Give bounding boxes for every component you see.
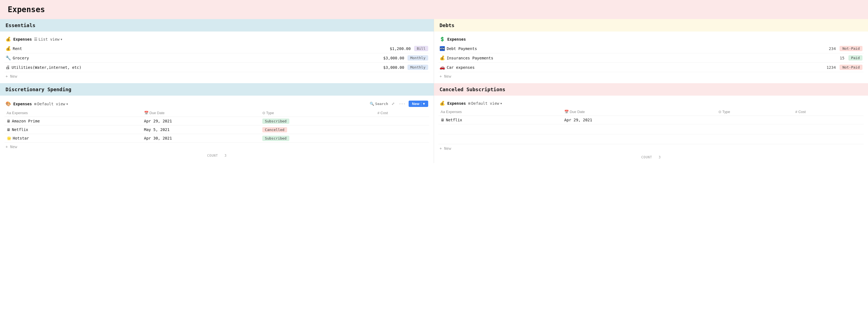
page-title: Expenses bbox=[8, 5, 860, 14]
cell-cost bbox=[375, 125, 429, 134]
section-canceled: Canceled Subscriptions 💰 Expenses ⊞ Defa… bbox=[434, 83, 868, 163]
section-canceled-header: Canceled Subscriptions bbox=[434, 83, 868, 96]
main-grid: Essentials 💰 Expenses ☰ List view ▾ 💰 Re… bbox=[0, 19, 868, 163]
debts-add-new[interactable]: + New bbox=[438, 72, 864, 81]
expand-icon[interactable]: ⤢ bbox=[392, 102, 395, 106]
discretionary-add-new[interactable]: + New bbox=[4, 143, 429, 151]
canceled-add-new[interactable]: + New bbox=[438, 144, 864, 152]
table-row-empty bbox=[438, 124, 864, 134]
list-view-icon: ☰ bbox=[34, 37, 37, 41]
essentials-view-label[interactable]: ☰ List view ▾ bbox=[34, 37, 62, 41]
table-row: 💰 Rent $1,200.00 Bill bbox=[4, 44, 429, 53]
cell-name: 🖥Netflix bbox=[438, 116, 562, 124]
cell-due-date: Apr 29, 2021 bbox=[142, 117, 260, 125]
discretionary-icon: 🎨 bbox=[5, 101, 11, 107]
status-badge: Monthly bbox=[407, 55, 428, 61]
page-header: Expenses bbox=[0, 0, 868, 19]
cell-type bbox=[716, 116, 793, 124]
new-button[interactable]: New ▾ bbox=[409, 100, 428, 107]
essentials-add-new[interactable]: + New bbox=[4, 72, 429, 81]
dropdown-arrow-icon: ▾ bbox=[421, 102, 425, 106]
grid-view-icon: ⊞ bbox=[34, 102, 36, 106]
col-type: ⊙ Type bbox=[260, 109, 375, 117]
canceled-count: count 3 bbox=[438, 152, 864, 160]
section-essentials-header: Essentials bbox=[0, 19, 434, 31]
section-discretionary-header: Discretionary Spending bbox=[0, 83, 434, 96]
status-badge: Not-Paid bbox=[840, 65, 863, 70]
cell-due-date: Apr 30, 2021 bbox=[142, 134, 260, 143]
col-expenses: Aa Expenses bbox=[438, 108, 562, 116]
canceled-icon: 💰 bbox=[439, 100, 445, 106]
essentials-subheader: 💰 Expenses ☰ List view ▾ bbox=[4, 34, 429, 44]
chevron-down-icon: ▾ bbox=[66, 102, 68, 106]
debts-subheader: 💲 Expenses bbox=[438, 34, 864, 44]
expense-name: 🖨 Utilities(Water,internet, etc) bbox=[5, 65, 383, 70]
table-row: 💰 Insurances Payements 15 Paid bbox=[438, 53, 864, 63]
debt-name: 🏧 Debt Payments bbox=[439, 46, 829, 51]
table-row: 🖨 Utilities(Water,internet, etc) $3,000.… bbox=[4, 63, 429, 72]
status-badge: Subscribed bbox=[262, 136, 289, 141]
expense-name: 💰 Rent bbox=[5, 46, 390, 51]
discretionary-subheader: 🎨 Expenses ⊞ Default view ▾ 🔍 Search ⤢ ·… bbox=[4, 98, 429, 109]
cell-type: Subscribed bbox=[260, 134, 375, 143]
section-discretionary: Discretionary Spending 🎨 Expenses ⊞ Defa… bbox=[0, 83, 434, 163]
essentials-icon: 💰 bbox=[5, 36, 11, 42]
cell-name: 🖥Amazon Prime bbox=[4, 117, 142, 125]
debt-name: 🚗 Car expenses bbox=[439, 65, 827, 70]
col-cost: # Cost bbox=[793, 108, 864, 116]
canceled-body: 💰 Expenses ⊞ Default view ▾ Aa Expenses … bbox=[434, 96, 868, 163]
table-row: 🏧 Debt Payments 234 Not-Paid bbox=[438, 44, 864, 53]
canceled-subheader: 💰 Expenses ⊞ Default view ▾ bbox=[438, 98, 864, 108]
cell-due-date: Apr 29, 2021 bbox=[562, 116, 716, 124]
search-box[interactable]: 🔍 Search bbox=[370, 102, 388, 106]
section-essentials: Essentials 💰 Expenses ☰ List view ▾ 💰 Re… bbox=[0, 19, 434, 83]
cell-due-date: May 5, 2021 bbox=[142, 125, 260, 134]
expense-name: 🔧 Grocery bbox=[5, 55, 383, 61]
status-badge: Cancelled bbox=[262, 127, 287, 132]
canceled-view-label[interactable]: ⊞ Default view ▾ bbox=[468, 101, 502, 106]
section-debts-header: Debts bbox=[434, 19, 868, 31]
discretionary-body: 🎨 Expenses ⊞ Default view ▾ 🔍 Search ⤢ ·… bbox=[0, 96, 434, 161]
debts-icon: 💲 bbox=[439, 36, 445, 42]
discretionary-count: count 3 bbox=[4, 151, 429, 159]
debt-name: 💰 Insurances Payements bbox=[439, 55, 840, 61]
status-badge: Subscribed bbox=[262, 119, 289, 124]
col-type: ⊙ Type bbox=[716, 108, 793, 116]
cell-type: Cancelled bbox=[260, 125, 375, 134]
table-row: 🖥Netflix May 5, 2021 Cancelled bbox=[4, 125, 429, 134]
debts-body: 💲 Expenses 🏧 Debt Payments 234 Not-Paid … bbox=[434, 31, 868, 83]
status-badge: Not-Paid bbox=[840, 46, 863, 51]
discretionary-view-label[interactable]: ⊞ Default view ▾ bbox=[34, 102, 68, 106]
status-badge: Monthly bbox=[407, 65, 428, 70]
cell-name: 🖥Netflix bbox=[4, 125, 142, 134]
chevron-down-icon: ▾ bbox=[500, 101, 502, 106]
search-icon: 🔍 bbox=[370, 102, 374, 106]
col-due-date: 📅 Due Date bbox=[562, 108, 716, 116]
cell-type: Subscribed bbox=[260, 117, 375, 125]
table-row: 🔧 Grocery $3,000.00 Monthly bbox=[4, 53, 429, 63]
cell-cost bbox=[375, 117, 429, 125]
grid-view-icon: ⊞ bbox=[468, 101, 470, 106]
section-debts: Debts 💲 Expenses 🏧 Debt Payments 234 Not… bbox=[434, 19, 868, 83]
table-row: 🌟Hotstar Apr 30, 2021 Subscribed bbox=[4, 134, 429, 143]
col-cost: # Cost bbox=[375, 109, 429, 117]
table-row: 🖥Netflix Apr 29, 2021 bbox=[438, 116, 864, 124]
more-options-icon[interactable]: ··· bbox=[399, 102, 405, 106]
status-badge: Paid bbox=[848, 55, 863, 61]
table-row: 🚗 Car expenses 1234 Not-Paid bbox=[438, 63, 864, 72]
status-badge: Bill bbox=[414, 46, 428, 51]
chevron-down-icon: ▾ bbox=[60, 37, 62, 41]
essentials-body: 💰 Expenses ☰ List view ▾ 💰 Rent $1,200.0… bbox=[0, 31, 434, 83]
table-row-empty bbox=[438, 134, 864, 144]
col-expenses: Aa Expenses bbox=[4, 109, 142, 117]
cell-cost bbox=[793, 116, 864, 124]
cell-name: 🌟Hotstar bbox=[4, 134, 142, 143]
canceled-table: Aa Expenses 📅 Due Date ⊙ Type # Cost 🖥Ne… bbox=[438, 108, 864, 144]
table-row: 🖥Amazon Prime Apr 29, 2021 Subscribed bbox=[4, 117, 429, 125]
cell-cost bbox=[375, 134, 429, 143]
col-due-date: 📅 Due Date bbox=[142, 109, 260, 117]
discretionary-table: Aa Expenses 📅 Due Date ⊙ Type # Cost 🖥Am… bbox=[4, 109, 429, 143]
